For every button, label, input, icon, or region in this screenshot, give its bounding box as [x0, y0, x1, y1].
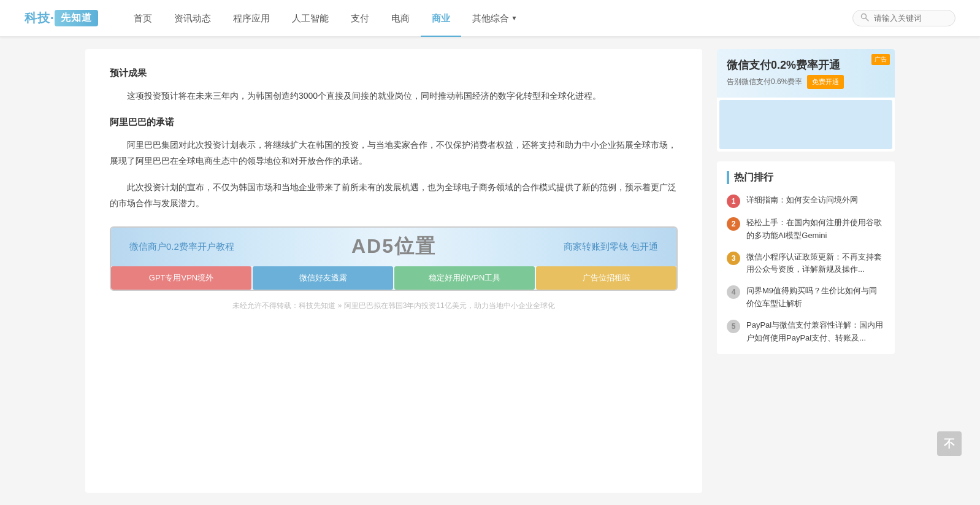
sub-btn-ad-rent[interactable]: 广告位招租啦 [536, 266, 676, 290]
back-to-top-button[interactable]: 不 [937, 431, 962, 456]
hot-rank-badge-1: 1 [727, 195, 740, 208]
nav-item-other[interactable]: 其他综合 ▼ [461, 0, 529, 37]
back-to-top-icon: 不 [944, 436, 955, 451]
sub-btn-gpt-vpn[interactable]: GPT专用VPN境外 [111, 266, 251, 290]
logo[interactable]: 科技· 先知道 [25, 10, 98, 26]
paragraph1: 这项投资预计将在未来三年内，为韩国创造约3000个直接及间接的就业岗位，同时推动… [110, 88, 678, 104]
hot-item-text-3: 微信小程序认证政策更新：不再支持套用公众号资质，详解新规及操作... [746, 251, 885, 277]
main-content: 预计成果 这项投资预计将在未来三年内，为韩国创造约3000个直接及间接的就业岗位… [85, 49, 702, 493]
sub-btn-vpn-tool[interactable]: 稳定好用的VPN工具 [394, 266, 535, 290]
footer-note: 未经允许不得转载：科技先知道 » 阿里巴巴拟在韩国3年内投资11亿美元，助力当地… [110, 301, 678, 311]
hot-rank-badge-2: 2 [727, 217, 740, 231]
page-container: 预计成果 这项投资预计将在未来三年内，为韩国创造约3000个直接及间接的就业岗位… [61, 37, 919, 505]
sidebar-ad-badge: 广告 [871, 54, 890, 65]
ad-banner-center: AD5位置 [351, 233, 436, 260]
hot-rank-badge-4: 4 [727, 285, 740, 299]
sidebar: 微信支付0.2%费率开通 告别微信支付0.6%费率 免费开通 广告 热门排行 1… [717, 49, 895, 493]
section1-title: 预计成果 [110, 67, 678, 79]
search-icon [860, 13, 869, 23]
search-area [852, 10, 955, 26]
hot-ranking-title: 热门排行 [727, 171, 885, 184]
sidebar-ad-wechat-sub: 告别微信支付0.6%费率 免费开通 [727, 75, 844, 89]
nav-item-news[interactable]: 资讯动态 [163, 0, 222, 37]
hot-item-text-2: 轻松上手：在国内如何注册并使用谷歌的多功能AI模型Gemini [746, 217, 885, 242]
sidebar-ad-wechat-content: 微信支付0.2%费率开通 告别微信支付0.6%费率 免费开通 [727, 58, 844, 89]
paragraph3: 此次投资计划的宣布，不仅为韩国市场和当地企业带来了前所未有的发展机遇，也为全球电… [110, 179, 678, 212]
hot-item-text-5: PayPal与微信支付兼容性详解：国内用户如何使用PayPal支付、转账及... [746, 319, 885, 345]
sidebar-ad-top: 微信支付0.2%费率开通 告别微信支付0.6%费率 免费开通 广告 [717, 49, 895, 152]
nav-item-pay[interactable]: 支付 [340, 0, 380, 37]
sidebar-ad-blue-box [719, 100, 892, 149]
header: 科技· 先知道 首页 资讯动态 程序应用 人工智能 支付 电商 商业 其他综合 … [0, 0, 980, 37]
main-nav: 首页 资讯动态 程序应用 人工智能 支付 电商 商业 其他综合 ▼ [123, 0, 852, 37]
hot-item-3[interactable]: 3 微信小程序认证政策更新：不再支持套用公众号资质，详解新规及操作... [727, 251, 885, 277]
hot-rank-badge-5: 5 [727, 320, 740, 333]
hot-ranking: 热门排行 1 详细指南：如何安全访问境外网 2 轻松上手：在国内如何注册并使用谷… [717, 161, 895, 354]
nav-item-business[interactable]: 商业 [421, 0, 461, 37]
sidebar-ad-wechat: 微信支付0.2%费率开通 告别微信支付0.6%费率 免费开通 广告 [717, 49, 895, 98]
sidebar-ad-wechat-title: 微信支付0.2%费率开通 [727, 58, 844, 72]
logo-keji-text: 科技· [25, 10, 55, 26]
ad-banner[interactable]: 微信商户0.2费率开户教程 AD5位置 商家转账到零钱 包开通 GPT专用VPN… [110, 226, 678, 291]
sub-btn-wechat-friends[interactable]: 微信好友透露 [253, 266, 393, 290]
sub-buttons: GPT专用VPN境外 微信好友透露 稳定好用的VPN工具 广告位招租啦 [111, 266, 676, 290]
chevron-down-icon: ▼ [511, 0, 518, 37]
sidebar-ad-wechat-btn[interactable]: 免费开通 [807, 75, 844, 89]
paragraph2: 阿里巴巴集团对此次投资计划表示，将继续扩大在韩国的投资，与当地卖家合作，不仅保护… [110, 137, 678, 169]
section2-title: 阿里巴巴的承诺 [110, 117, 678, 128]
hot-item-2[interactable]: 2 轻松上手：在国内如何注册并使用谷歌的多功能AI模型Gemini [727, 217, 885, 242]
hot-item-text-1: 详细指南：如何安全访问境外网 [746, 194, 858, 207]
ad-banner-inner: 微信商户0.2费率开户教程 AD5位置 商家转账到零钱 包开通 [111, 228, 676, 266]
search-input[interactable] [874, 13, 947, 23]
nav-item-home[interactable]: 首页 [123, 0, 163, 37]
logo-badge: 先知道 [55, 10, 98, 26]
hot-item-5[interactable]: 5 PayPal与微信支付兼容性详解：国内用户如何使用PayPal支付、转账及.… [727, 319, 885, 345]
hot-item-text-4: 问界M9值得购买吗？生价比如何与同价位车型让解析 [746, 285, 885, 310]
nav-item-apps[interactable]: 程序应用 [222, 0, 281, 37]
hot-item-4[interactable]: 4 问界M9值得购买吗？生价比如何与同价位车型让解析 [727, 285, 885, 310]
nav-item-ecommerce[interactable]: 电商 [380, 0, 421, 37]
svg-line-1 [866, 18, 869, 21]
hot-item-1[interactable]: 1 详细指南：如何安全访问境外网 [727, 194, 885, 208]
hot-rank-badge-3: 3 [727, 252, 740, 265]
nav-item-ai[interactable]: 人工智能 [281, 0, 340, 37]
